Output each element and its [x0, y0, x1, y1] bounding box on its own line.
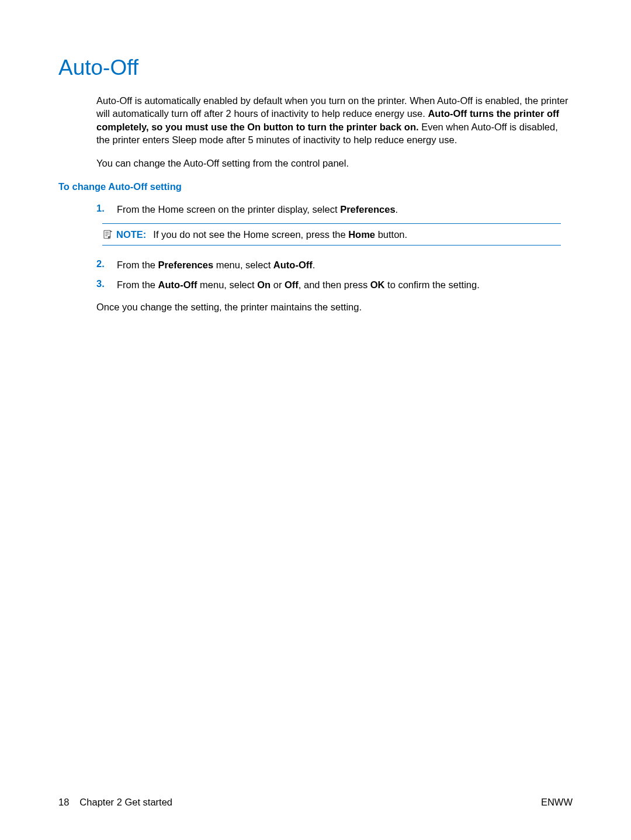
step-pre: From the Home screen on the printer disp…	[117, 204, 340, 215]
page-title: Auto-Off	[58, 56, 573, 80]
step-bold: Preferences	[340, 204, 395, 215]
intro-paragraph: Auto-Off is automatically enabled by def…	[96, 94, 573, 146]
step-mid: , and then press	[299, 279, 370, 290]
step-number: 1.	[96, 203, 117, 216]
step-mid: menu, select	[213, 260, 273, 270]
step-mid: menu, select	[197, 279, 258, 290]
footer-lang: ENWW	[541, 797, 573, 808]
step-2: 2. From the Preferences menu, select Aut…	[58, 258, 573, 271]
step-post: .	[313, 260, 316, 270]
step-1: 1. From the Home screen on the printer d…	[58, 203, 573, 216]
step-text: From the Preferences menu, select Auto-O…	[117, 258, 315, 271]
step-text: From the Auto-Off menu, select On or Off…	[117, 278, 480, 291]
note-callout: NOTE:If you do not see the Home screen, …	[102, 223, 561, 246]
footer-left: 18 Chapter 2 Get started	[58, 797, 172, 808]
note-content: NOTE:If you do not see the Home screen, …	[116, 228, 407, 241]
step-post: .	[396, 204, 398, 215]
step-bold: Auto-Off	[158, 279, 197, 290]
step-number: 3.	[96, 278, 117, 291]
procedure-heading: To change Auto-Off setting	[58, 181, 573, 192]
step-bold: Off	[285, 279, 299, 290]
note-bold: Home	[348, 229, 375, 240]
note-post: button.	[375, 229, 407, 240]
note-icon	[102, 229, 113, 240]
note-pre: If you do not see the Home screen, press…	[153, 229, 348, 240]
intro-paragraph-2: You can change the Auto-Off setting from…	[96, 157, 573, 170]
step-3: 3. From the Auto-Off menu, select On or …	[58, 278, 573, 291]
step-post: to confirm the setting.	[384, 279, 479, 290]
step-pre: From the	[117, 279, 158, 290]
step-mid: or	[271, 279, 285, 290]
step-bold: Preferences	[158, 260, 213, 270]
step-bold: Auto-Off	[273, 260, 313, 270]
page-footer: 18 Chapter 2 Get started ENWW	[58, 797, 573, 808]
step-text: From the Home screen on the printer disp…	[117, 203, 398, 216]
step-pre: From the	[117, 260, 158, 270]
closing-paragraph: Once you change the setting, the printer…	[58, 302, 573, 313]
step-number: 2.	[96, 258, 117, 271]
step-bold: On	[257, 279, 271, 290]
chapter-label: Chapter 2 Get started	[79, 797, 172, 808]
page-number: 18	[58, 797, 69, 808]
step-bold: OK	[370, 279, 385, 290]
note-label: NOTE:	[116, 229, 146, 240]
